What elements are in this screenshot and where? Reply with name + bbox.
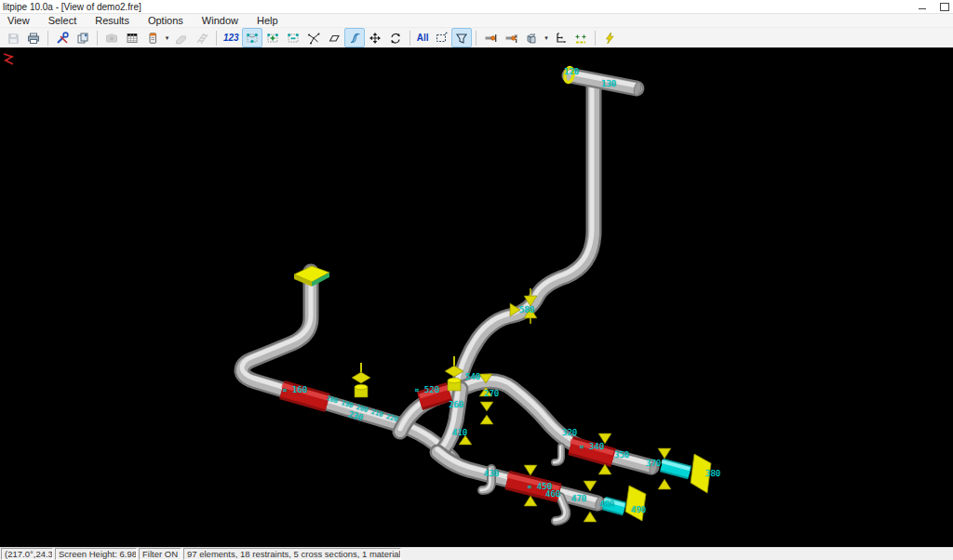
filter-button[interactable]: [451, 28, 472, 47]
maximize-icon: [940, 3, 949, 11]
filter-icon: [455, 32, 468, 45]
ladder-button[interactable]: [192, 28, 212, 47]
units-button[interactable]: [142, 28, 163, 47]
status-bar: (217.0°,24.3°) Screen Height: 6.98 m Fil…: [0, 547, 953, 560]
dimension-icon: [574, 32, 587, 45]
red-section-450[interactable]: [507, 475, 559, 493]
split-element-icon: [504, 32, 517, 45]
title-bar: litpipe 10.0a - [View of demo2.fre]: [0, 0, 953, 14]
local-axes-button[interactable]: [303, 28, 324, 47]
marquee-icon: [435, 32, 448, 45]
pipe-scene: [0, 48, 953, 547]
status-screen-height: Screen Height: 6.98 m: [55, 548, 137, 560]
menu-window[interactable]: Window: [193, 15, 248, 26]
show-restraints-button[interactable]: [242, 28, 262, 47]
restraint-hanger-1[interactable]: [352, 363, 370, 397]
toolbar-separator: [409, 31, 410, 46]
menu-select[interactable]: Select: [39, 15, 87, 26]
model-viewport[interactable]: ¤ 160180 190 200 210 220230¤ 52054027026…: [0, 48, 953, 547]
minimize-icon: [919, 8, 926, 9]
copy-icon: [76, 32, 89, 45]
menu-view[interactable]: View: [7, 15, 39, 26]
remove-restraint-button[interactable]: [283, 28, 303, 47]
menu-options[interactable]: Options: [139, 15, 193, 26]
menu-results[interactable]: Results: [86, 15, 139, 26]
move-icon: [369, 32, 382, 45]
cube-icon: [525, 32, 538, 45]
toolbar-separator: [476, 31, 476, 46]
ladder-icon: [195, 32, 208, 45]
select-all-button[interactable]: All: [414, 33, 432, 43]
units-icon: [146, 32, 159, 45]
plane-button[interactable]: [324, 28, 344, 47]
camera-button[interactable]: [101, 28, 122, 47]
anchor-plate-490[interactable]: [625, 486, 646, 521]
units-dropdown[interactable]: ▾: [163, 34, 171, 42]
toolbar-separator: [216, 31, 217, 46]
add-restraint-icon: [266, 32, 279, 45]
anchor-plate-380[interactable]: [691, 454, 711, 493]
parallelogram-icon: [328, 32, 341, 45]
status-model-summary: 97 elements, 18 restraints, 5 cross sect…: [183, 548, 401, 560]
save-button[interactable]: [3, 28, 23, 47]
window-title: litpipe 10.0a - [View of demo2.fre]: [0, 2, 141, 12]
flexible-mode-button[interactable]: [344, 28, 365, 47]
rotate-view-button[interactable]: [385, 28, 406, 47]
node-numbers-button[interactable]: 123: [221, 33, 242, 43]
print-button[interactable]: [23, 28, 44, 47]
duct-icon: [175, 32, 188, 45]
print-icon: [27, 32, 40, 45]
minimize-button[interactable]: [918, 2, 927, 11]
camera-icon: [105, 32, 118, 45]
dimensions-button[interactable]: [570, 28, 591, 47]
render-mode-button[interactable]: [521, 28, 542, 47]
coordinate-tree-button[interactable]: [550, 28, 570, 47]
anchor-plate-top-left[interactable]: [294, 266, 329, 287]
axes-jack-icon: [307, 32, 320, 45]
pipe-run-top-tee[interactable]: [456, 73, 642, 389]
status-coordinates: (217.0°,24.3°): [1, 548, 53, 560]
tools-button[interactable]: [52, 28, 73, 47]
tools-icon: [56, 32, 69, 45]
status-filter: Filter ON: [139, 548, 181, 560]
menu-bar: View Select Results Options Window Help: [0, 14, 953, 28]
pan-button[interactable]: [365, 28, 385, 47]
insert-node-button[interactable]: [480, 28, 501, 47]
duct-button[interactable]: [171, 28, 192, 47]
red-section-340[interactable]: [570, 441, 613, 458]
pipe-run-left-anchor[interactable]: [242, 269, 452, 460]
insert-node-icon: [484, 32, 497, 45]
table-icon: [126, 32, 139, 45]
maximize-button[interactable]: [940, 2, 949, 11]
table-button[interactable]: [122, 28, 142, 47]
calculate-button[interactable]: [599, 28, 620, 47]
pipe-model[interactable]: [242, 67, 711, 522]
copy-button[interactable]: [73, 28, 93, 47]
render-mode-dropdown[interactable]: ▾: [542, 34, 550, 42]
remove-restraint-icon: [287, 32, 300, 45]
expansion-joint-380[interactable]: [662, 461, 690, 473]
zoom-window-button[interactable]: [431, 28, 451, 47]
toolbar-separator: [47, 31, 48, 46]
toolbar: ▾ 123 All: [0, 28, 953, 48]
toolbar-separator: [97, 31, 98, 46]
app-logo-mark: [4, 54, 13, 64]
split-element-button[interactable]: [501, 28, 521, 47]
expansion-joint-490[interactable]: [604, 500, 624, 509]
s-curve-icon: [348, 32, 361, 45]
save-icon: [7, 32, 20, 45]
add-restraint-button[interactable]: [262, 28, 283, 47]
window-controls: [918, 0, 949, 13]
menu-help[interactable]: Help: [248, 15, 288, 26]
application-window: litpipe 10.0a - [View of demo2.fre] View…: [0, 0, 953, 560]
restraints-icon: [246, 32, 259, 45]
toolbar-separator: [595, 31, 596, 46]
red-section-520[interactable]: [420, 387, 450, 401]
red-section-160[interactable]: [282, 385, 328, 403]
rotate-icon: [389, 32, 402, 45]
tree-icon: [554, 32, 567, 45]
lightning-icon: [603, 32, 616, 45]
